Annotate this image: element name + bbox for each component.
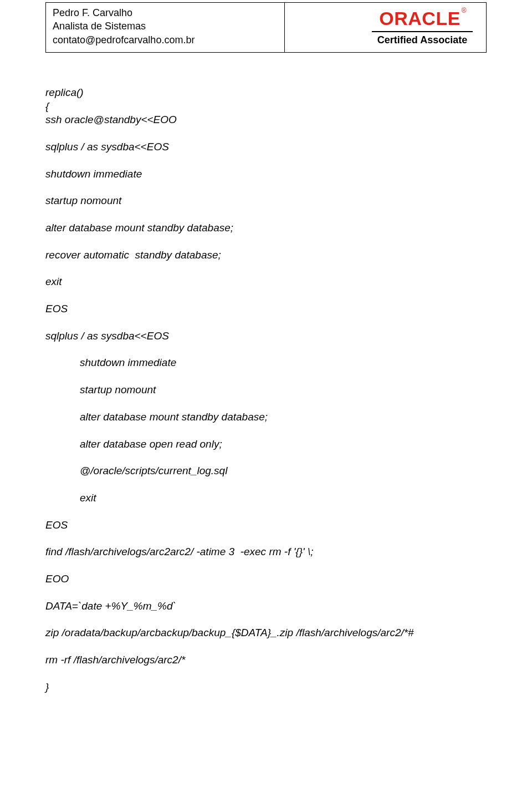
code-line: exit bbox=[45, 491, 487, 505]
oracle-logo: ORACLE® bbox=[379, 9, 465, 28]
code-line: shutdown immediate bbox=[45, 167, 487, 181]
code-block: replica() { ssh oracle@standby<<EOO sqlp… bbox=[0, 53, 532, 694]
code-line: sqlplus / as sysdba<<EOS bbox=[45, 140, 487, 154]
code-line: @/oracle/scripts/current_log.sql bbox=[45, 464, 487, 478]
code-line: find /flash/archivelogs/arc2arc2/ -atime… bbox=[45, 545, 487, 559]
page-header: Pedro F. Carvalho Analista de Sistemas c… bbox=[0, 0, 532, 53]
author-email: contato@pedrofcarvalho.com.br bbox=[53, 33, 278, 47]
badge-box: ORACLE® Certified Associate bbox=[285, 2, 487, 53]
registered-icon: ® bbox=[462, 7, 467, 14]
author-title: Analista de Sistemas bbox=[53, 19, 278, 33]
code-line: recover automatic standby database; bbox=[45, 248, 487, 262]
code-line: ssh oracle@standby<<EOO bbox=[45, 113, 487, 127]
code-line: shutdown immediate bbox=[45, 356, 487, 370]
oracle-badge: ORACLE® Certified Associate bbox=[372, 9, 473, 46]
code-line: sqlplus / as sysdba<<EOS bbox=[45, 329, 487, 343]
code-line: { bbox=[45, 100, 487, 114]
code-line: alter database mount standby database; bbox=[45, 410, 487, 424]
code-line: DATA=`date +%Y_%m_%d` bbox=[45, 600, 487, 613]
author-box: Pedro F. Carvalho Analista de Sistemas c… bbox=[45, 2, 285, 53]
code-line: EOS bbox=[45, 302, 487, 316]
code-line: } bbox=[45, 681, 487, 694]
badge-subtitle: Certified Associate bbox=[377, 34, 467, 46]
oracle-word: ORACLE bbox=[379, 8, 461, 29]
author-name: Pedro F. Carvalho bbox=[53, 6, 278, 19]
code-line: alter database mount standby database; bbox=[45, 221, 487, 235]
code-line: EOS bbox=[45, 519, 487, 532]
badge-rule bbox=[372, 31, 473, 32]
code-line: replica() bbox=[45, 86, 487, 100]
code-line: EOO bbox=[45, 572, 487, 586]
code-line: startup nomount bbox=[45, 383, 487, 397]
code-line: rm -rf /flash/archivelogs/arc2/* bbox=[45, 653, 487, 667]
code-line: zip /oradata/backup/arcbackup/backup_{$D… bbox=[45, 626, 487, 640]
code-line: startup nomount bbox=[45, 194, 487, 208]
code-line: exit bbox=[45, 275, 487, 289]
code-line: alter database open read only; bbox=[45, 438, 487, 451]
